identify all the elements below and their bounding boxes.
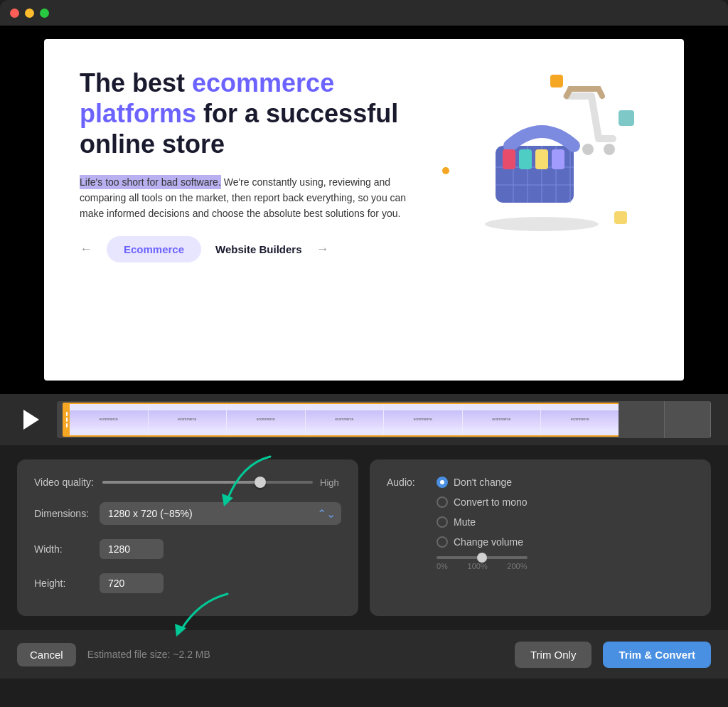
dimensions-select[interactable]: 1280 x 720 (~85%) 1920 x 1080 (~100%) 96… bbox=[100, 502, 341, 525]
audio-label: Audio: bbox=[387, 477, 422, 488]
decoration-dot-1 bbox=[550, 75, 563, 87]
quality-value: High bbox=[320, 477, 341, 488]
svg-point-14 bbox=[604, 144, 615, 155]
width-label: Width: bbox=[34, 543, 91, 555]
video-settings-panel: Video quality: High Dimensions: 1280 x 7… bbox=[17, 459, 358, 616]
trim-convert-button[interactable]: Trim & Convert bbox=[603, 642, 711, 668]
volume-label-0: 0% bbox=[437, 562, 448, 570]
quality-slider-container[interactable]: High bbox=[102, 477, 341, 488]
webpage-body-text: Life's too short for bad software. We're… bbox=[80, 174, 414, 222]
timeline-frame-inactive bbox=[619, 401, 665, 438]
volume-labels: 0% 100% 200% bbox=[437, 562, 528, 570]
quality-row: Video quality: High bbox=[34, 477, 341, 488]
radio-change-volume-label: Change volume bbox=[454, 536, 523, 548]
quality-label: Video quality: bbox=[34, 477, 94, 488]
close-button[interactable] bbox=[10, 9, 19, 18]
audio-header-row: Audio: Don't change Convert to mono Mute… bbox=[387, 477, 694, 570]
file-size-label: Estimated file size: ~2.2 MB bbox=[87, 649, 503, 660]
decoration-dot-3 bbox=[614, 211, 627, 224]
timeline-frame-inactive bbox=[665, 401, 711, 438]
width-input[interactable] bbox=[100, 539, 164, 559]
audio-options: Don't change Convert to mono Mute Change… bbox=[434, 477, 528, 570]
audio-option-dont-change[interactable]: Don't change bbox=[437, 477, 528, 488]
webpage-nav: ← Ecommerce Website Builders → bbox=[80, 236, 414, 262]
height-label: Height: bbox=[34, 578, 91, 589]
titlebar bbox=[0, 0, 728, 26]
cancel-button[interactable]: Cancel bbox=[17, 643, 76, 666]
timeline-controls: ecommerce ecommerce ecommerce ecommerce … bbox=[0, 394, 728, 445]
webpage-heading: The best ecommerce platforms for a succe… bbox=[80, 68, 414, 160]
video-preview: The best ecommerce platforms for a succe… bbox=[0, 26, 728, 394]
handle-lines-left bbox=[66, 412, 68, 427]
nav-prev-arrow[interactable]: ← bbox=[80, 242, 92, 257]
settings-area: Video quality: High Dimensions: 1280 x 7… bbox=[0, 445, 728, 630]
svg-rect-11 bbox=[535, 149, 548, 169]
webpage-screenshot: The best ecommerce platforms for a succe… bbox=[44, 39, 684, 381]
dimensions-label: Dimensions: bbox=[34, 508, 91, 519]
nav-ecommerce-btn[interactable]: Ecommerce bbox=[107, 236, 201, 262]
bottom-bar: Cancel Estimated file size: ~2.2 MB Trim… bbox=[0, 630, 728, 679]
timeline-frame: ecommerce bbox=[306, 404, 385, 435]
maximize-button[interactable] bbox=[40, 9, 49, 18]
webpage-image bbox=[435, 68, 648, 267]
nav-next-arrow[interactable]: → bbox=[316, 242, 328, 257]
svg-rect-12 bbox=[552, 149, 564, 169]
timeline-unselected-right bbox=[619, 401, 711, 438]
radio-change-volume[interactable] bbox=[437, 536, 448, 548]
dimensions-row: Dimensions: 1280 x 720 (~85%) 1920 x 108… bbox=[34, 502, 341, 525]
audio-option-change-volume[interactable]: Change volume bbox=[437, 536, 528, 548]
play-icon bbox=[23, 410, 39, 430]
timeline-frame: ecommerce bbox=[463, 404, 542, 435]
radio-dont-change[interactable] bbox=[437, 477, 448, 488]
nav-website-builders-btn[interactable]: Website Builders bbox=[215, 243, 301, 255]
timeline-frame: ecommerce bbox=[384, 404, 463, 435]
timeline-selection: ecommerce ecommerce ecommerce ecommerce … bbox=[63, 403, 705, 437]
radio-mono[interactable] bbox=[437, 496, 448, 508]
volume-slider[interactable] bbox=[437, 556, 528, 559]
timeline-frames: ecommerce ecommerce ecommerce ecommerce … bbox=[70, 404, 698, 435]
cart-image bbox=[456, 82, 627, 253]
volume-label-200: 200% bbox=[507, 562, 527, 570]
play-button[interactable] bbox=[17, 405, 46, 434]
radio-mono-label: Convert to mono bbox=[454, 496, 528, 508]
svg-rect-9 bbox=[503, 149, 515, 169]
tagline-highlight: Life's too short for bad software. bbox=[80, 175, 221, 189]
timeline-frame: ecommerce bbox=[149, 404, 228, 435]
timeline-strip[interactable]: ecommerce ecommerce ecommerce ecommerce … bbox=[57, 401, 711, 438]
svg-point-13 bbox=[582, 144, 594, 155]
heading-part1: The best bbox=[80, 68, 192, 97]
height-row: Height: bbox=[34, 573, 341, 593]
audio-settings-panel: Audio: Don't change Convert to mono Mute… bbox=[370, 459, 711, 616]
audio-option-mono[interactable]: Convert to mono bbox=[437, 496, 528, 508]
decoration-dot-2 bbox=[619, 110, 634, 126]
slider-fill bbox=[102, 481, 260, 484]
svg-rect-10 bbox=[519, 149, 532, 169]
width-row: Width: bbox=[34, 539, 341, 559]
trim-only-button[interactable]: Trim Only bbox=[515, 642, 592, 668]
quality-slider[interactable] bbox=[102, 481, 313, 484]
timeline-frame: ecommerce bbox=[227, 404, 306, 435]
volume-label-100: 100% bbox=[468, 562, 488, 570]
slider-thumb[interactable] bbox=[255, 477, 266, 488]
audio-option-mute[interactable]: Mute bbox=[437, 516, 528, 528]
volume-slider-container[interactable] bbox=[437, 556, 528, 559]
svg-point-0 bbox=[485, 217, 599, 231]
minimize-button[interactable] bbox=[25, 9, 34, 18]
webpage-text-content: The best ecommerce platforms for a succe… bbox=[80, 68, 414, 262]
radio-mute[interactable] bbox=[437, 516, 448, 528]
radio-mute-label: Mute bbox=[454, 516, 476, 528]
height-input[interactable] bbox=[100, 573, 164, 593]
timeline-frame: ecommerce bbox=[70, 404, 149, 435]
dimensions-select-wrapper[interactable]: 1280 x 720 (~85%) 1920 x 1080 (~100%) 96… bbox=[100, 502, 341, 525]
timeline-handle-left[interactable] bbox=[64, 404, 70, 435]
decoration-dot-4 bbox=[442, 167, 449, 174]
timeline-frame: ecommerce bbox=[541, 404, 620, 435]
radio-dont-change-label: Don't change bbox=[454, 477, 512, 488]
volume-slider-thumb[interactable] bbox=[477, 553, 487, 563]
